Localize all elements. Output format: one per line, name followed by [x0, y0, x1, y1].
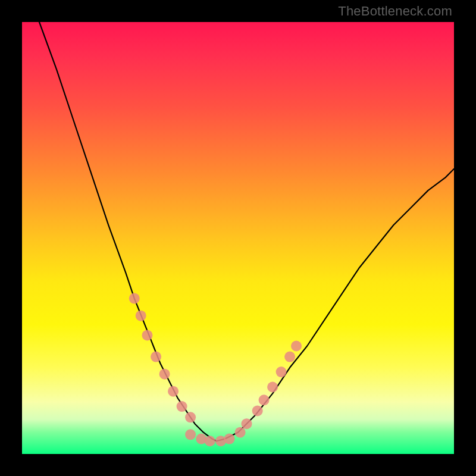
svg-point-15 [185, 429, 196, 440]
curve-left [39, 22, 217, 441]
svg-point-20 [235, 427, 246, 438]
dots-right [242, 341, 302, 430]
svg-point-12 [276, 367, 287, 377]
svg-point-19 [224, 434, 235, 444]
svg-point-13 [284, 352, 295, 362]
svg-point-17 [205, 436, 215, 446]
svg-point-0 [129, 293, 140, 304]
svg-point-9 [252, 405, 263, 416]
svg-point-8 [242, 418, 252, 429]
dots-bottom [185, 427, 246, 447]
svg-point-3 [151, 352, 161, 362]
svg-point-5 [168, 386, 178, 397]
svg-point-4 [159, 369, 170, 380]
watermark-text: TheBottleneck.com [338, 4, 452, 19]
svg-point-2 [142, 330, 153, 340]
chart-svg [22, 22, 454, 454]
svg-point-10 [259, 394, 270, 405]
chart-frame: TheBottleneck.com [0, 0, 476, 476]
dots-left [129, 293, 196, 423]
plot-area [22, 22, 454, 454]
svg-point-7 [185, 412, 196, 422]
svg-point-1 [136, 311, 146, 321]
svg-point-6 [177, 401, 187, 412]
svg-point-11 [267, 382, 278, 393]
curve-right [217, 169, 454, 441]
svg-point-14 [291, 341, 302, 352]
